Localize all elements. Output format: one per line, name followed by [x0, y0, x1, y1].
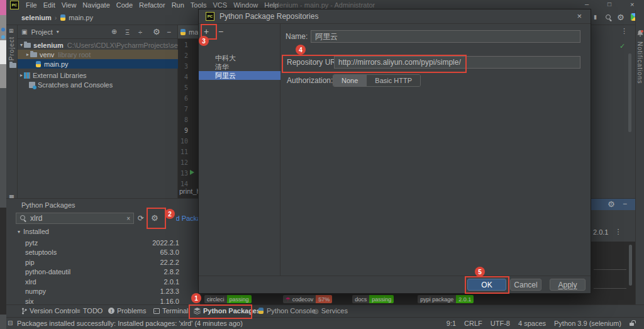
detail-gear-icon[interactable]: ⚙: [608, 200, 615, 208]
menu-code[interactable]: Code: [113, 1, 136, 9]
inspections-ok-icon: ✓: [619, 42, 625, 50]
menu-vcs[interactable]: VCS: [210, 1, 231, 9]
line-number: 7: [179, 106, 188, 113]
dialog-title: Python Package Repositories: [219, 12, 318, 21]
maximize-button[interactable]: □: [608, 1, 611, 8]
refresh-icon[interactable]: ⟳: [138, 214, 144, 223]
chevron-right-icon[interactable]: ▸: [20, 72, 23, 78]
project-panel-title[interactable]: Project: [31, 28, 52, 36]
editor-options-kebab-icon[interactable]: ⋮: [621, 27, 628, 35]
line-number: 13: [179, 170, 188, 177]
tree-row-main-py[interactable]: main.py: [18, 59, 196, 69]
tree-row-venv[interactable]: ▸ venv library root: [18, 50, 196, 59]
doc-scrollbar[interactable]: [629, 245, 632, 286]
package-version-select[interactable]: 2.0.1 ⋮: [593, 228, 621, 236]
line-number: 3: [179, 63, 188, 70]
chevron-down-icon[interactable]: ▾: [20, 42, 23, 48]
tab-problems[interactable]: ! Problems: [108, 307, 146, 315]
docs-badge[interactable]: docspassing: [352, 295, 394, 303]
circleci-badge[interactable]: circlecipassing: [204, 295, 252, 303]
minimize-button[interactable]: –: [585, 0, 589, 8]
remove-repo-button[interactable]: −: [218, 26, 223, 36]
sliver-app-icon2: [1, 35, 5, 39]
tree-row-external-libraries[interactable]: ▸ External Libraries: [18, 70, 196, 80]
auth-option-none[interactable]: None: [333, 75, 366, 86]
name-field[interactable]: 阿里云: [311, 30, 580, 43]
tree-row-selenium[interactable]: ▾ selenium C:\Users\CDLX\PycharmProjects…: [18, 40, 196, 50]
package-row[interactable]: pip22.2.2: [6, 257, 200, 267]
repo-list-item[interactable]: 中科大: [199, 53, 280, 62]
tab-python-console[interactable]: Python Console: [258, 307, 316, 315]
expand-all-icon[interactable]: Ξ: [125, 28, 130, 36]
packages-panel-title: Python Packages: [21, 201, 75, 209]
menu-edit[interactable]: Edit: [40, 1, 58, 9]
package-row[interactable]: pytz2022.2.1: [6, 238, 200, 247]
detail-hide-icon[interactable]: −: [623, 199, 627, 208]
stripe-notifications-label[interactable]: Notifications: [636, 42, 643, 84]
auth-option-basic-http[interactable]: Basic HTTP: [366, 75, 420, 86]
menu-file[interactable]: File: [23, 1, 40, 9]
add-package-link-clip[interactable]: Add Package: [176, 215, 200, 223]
menu-view[interactable]: View: [58, 1, 80, 9]
chevron-right-icon[interactable]: ▸: [26, 52, 29, 57]
repositories-dialog: PC Python Package Repositories × + − 中科大…: [198, 9, 591, 294]
dialog-title-bar[interactable]: PC Python Package Repositories ×: [199, 9, 591, 24]
tab-terminal[interactable]: › Terminal: [153, 307, 189, 315]
notifications-bell-icon[interactable]: [637, 30, 643, 38]
unlock-icon[interactable]: [630, 321, 635, 326]
search-everywhere-icon[interactable]: [606, 14, 612, 21]
editor-scrollbar[interactable]: [628, 53, 631, 132]
dialog-button-separator: [199, 276, 591, 276]
apply-button[interactable]: Apply: [550, 279, 586, 291]
window-close-button[interactable]: ×: [630, 1, 634, 8]
menu-window[interactable]: Window: [230, 1, 261, 9]
package-row[interactable]: python-dateutil2.8.2: [6, 267, 200, 276]
settings-gear-icon[interactable]: ⚙: [617, 13, 625, 21]
repo-list-item[interactable]: 清华: [199, 62, 280, 71]
version-kebab-icon[interactable]: ⋮: [614, 228, 621, 236]
editor-tab-main-py[interactable]: mai: [178, 25, 200, 38]
menu-tools[interactable]: Tools: [187, 1, 210, 9]
repo-list-item-selected[interactable]: 阿里云: [199, 71, 280, 80]
tree-row-scratches[interactable]: Scratches and Consoles: [18, 80, 196, 89]
stripe-project-label[interactable]: Project: [8, 36, 15, 60]
project-dropdown-chevron-icon[interactable]: ▾: [57, 29, 59, 35]
menu-run[interactable]: Run: [169, 1, 187, 9]
package-row[interactable]: numpy1.23.3: [6, 286, 200, 296]
package-search-input[interactable]: xlrd ×: [16, 213, 134, 224]
codecov-badge[interactable]: ☂codecov57%: [283, 295, 333, 303]
desktop-sliver: [0, 0, 6, 329]
installed-section-header[interactable]: ▾ Installed: [18, 228, 49, 235]
tool-window-switcher-icon[interactable]: ⊟: [8, 320, 13, 326]
indent-widget[interactable]: 4 spaces: [518, 320, 546, 327]
encoding-widget[interactable]: UTF-8: [491, 320, 510, 327]
stop-square-icon[interactable]: ▮: [594, 14, 597, 20]
hide-panel-icon[interactable]: −: [167, 28, 171, 36]
run-line-icon[interactable]: [190, 170, 194, 175]
breadcrumb-file[interactable]: main.py: [69, 14, 93, 21]
chevron-down-icon[interactable]: ▾: [18, 229, 20, 235]
tab-services[interactable]: ◎ Services: [313, 307, 348, 315]
status-message[interactable]: Packages installed successfully: Install…: [17, 320, 243, 327]
tab-version-control[interactable]: Version Control: [21, 307, 77, 315]
tab-todo[interactable]: ≡ TODO: [77, 307, 103, 315]
clear-search-icon[interactable]: ×: [126, 215, 130, 222]
menu-navigate[interactable]: Navigate: [79, 1, 113, 9]
collapse-all-icon[interactable]: ÷: [138, 28, 142, 36]
interpreter-widget[interactable]: Python 3.9 (selenium): [554, 320, 621, 327]
project-folder-icon: [9, 63, 16, 68]
line-ending-widget[interactable]: CRLF: [464, 320, 482, 327]
package-row[interactable]: setuptools65.3.0: [6, 247, 200, 257]
locate-icon[interactable]: ⊕: [111, 28, 117, 36]
package-row[interactable]: xlrd2.0.1: [6, 277, 200, 286]
dialog-close-icon[interactable]: ×: [577, 11, 582, 21]
editor-breadcrumb[interactable]: print_h: [179, 187, 201, 195]
menu-refactor[interactable]: Refactor: [136, 1, 169, 9]
project-options-gear-icon[interactable]: ⚙: [153, 28, 160, 36]
caret-position-widget[interactable]: 9:1: [447, 320, 456, 327]
breadcrumb-project[interactable]: selenium: [21, 14, 52, 21]
pypi-badge[interactable]: pypi package2.0.1: [418, 295, 474, 303]
cancel-button[interactable]: Cancel: [510, 279, 541, 291]
line-number: 10: [179, 138, 188, 145]
window-title: selenium - main.py - Administrator: [270, 1, 375, 9]
